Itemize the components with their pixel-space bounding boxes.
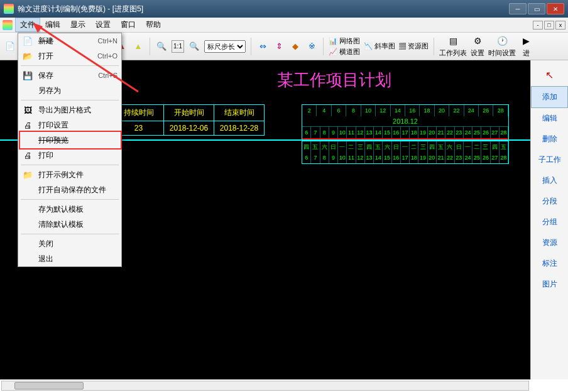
- toolbar-btn[interactable]: ※: [305, 40, 318, 53]
- zoom-out-button[interactable]: 🔍: [155, 40, 168, 53]
- time-settings-button[interactable]: 🕐时间设置: [488, 35, 516, 58]
- toolbar-btn[interactable]: 📄: [4, 40, 16, 53]
- settings-button[interactable]: ⚙设置: [471, 35, 484, 58]
- sidebar-item[interactable]: 插入: [531, 170, 568, 191]
- zoom-in-button[interactable]: 🔍: [188, 40, 200, 53]
- menubar: 文件编辑显示设置窗口帮助 - □ x: [0, 18, 568, 33]
- col-end: 结束时间: [214, 105, 265, 121]
- right-sidebar: ↖ 添加编辑删除子工作插入分段分组资源标注图片: [530, 60, 568, 379]
- maximize-button[interactable]: ▭: [528, 3, 545, 14]
- view-gantt-button[interactable]: 📈 横道图: [329, 47, 360, 57]
- menu-item[interactable]: 📂打开Ctrl+O: [18, 48, 121, 63]
- sidebar-item[interactable]: 添加: [531, 86, 568, 108]
- close-button[interactable]: ✕: [547, 3, 564, 14]
- menu-item-4[interactable]: 窗口: [116, 18, 141, 32]
- app-icon-small: [3, 20, 13, 30]
- view-resource-button[interactable]: ▦ 资源图: [399, 41, 429, 51]
- menu-item[interactable]: 打开自动保存的文件: [18, 182, 121, 197]
- mdi-minimize-button[interactable]: -: [533, 21, 543, 30]
- worklist-button[interactable]: ▤工作列表: [439, 35, 467, 58]
- sidebar-item[interactable]: 标注: [531, 253, 568, 274]
- timeline-month: 2018.12: [302, 116, 508, 127]
- menu-item[interactable]: 退出: [18, 251, 121, 266]
- window-title: 翰文进度计划编制(免费版) - [进度图5]: [18, 4, 143, 14]
- menu-item[interactable]: 另存为: [18, 83, 121, 98]
- toolbar-btn[interactable]: ◆: [289, 40, 302, 53]
- menu-item[interactable]: 🖼导出为图片格式: [18, 102, 121, 117]
- menu-item[interactable]: 关闭: [18, 236, 121, 251]
- col-start: 开始时间: [164, 105, 214, 121]
- toolbar-btn[interactable]: ▲: [132, 40, 145, 53]
- menu-item[interactable]: 📄新建Ctrl+N: [18, 33, 121, 48]
- menu-item-0[interactable]: 文件: [15, 18, 40, 32]
- file-menu-dropdown: 📄新建Ctrl+N📂打开Ctrl+O💾保存Ctrl+S另存为🖼导出为图片格式🖨打…: [18, 33, 122, 267]
- ruler-step-select[interactable]: 标尺步长: [204, 40, 246, 53]
- menu-item-1[interactable]: 编辑: [40, 18, 65, 32]
- toolbar-btn[interactable]: ⇕: [273, 40, 285, 53]
- window-controls: ─ ▭ ✕: [509, 3, 564, 14]
- menu-item[interactable]: 打印预览: [18, 133, 121, 148]
- horizontal-scrollbar[interactable]: [1, 381, 529, 391]
- toolbar-btn[interactable]: ⇔: [256, 40, 269, 53]
- menu-item[interactable]: 🖨打印: [18, 148, 121, 163]
- sidebar-item[interactable]: 子工作: [531, 150, 568, 170]
- cell-start: 2018-12-06: [164, 121, 214, 136]
- sidebar-item[interactable]: 删除: [531, 129, 568, 150]
- cursor-tool[interactable]: ↖: [531, 64, 568, 86]
- zoom-fit-button[interactable]: 1:1: [172, 40, 184, 53]
- cell-end: 2018-12-28: [214, 121, 265, 136]
- menu-item[interactable]: 📁打开示例文件: [18, 167, 121, 182]
- sidebar-item[interactable]: 分组: [531, 212, 568, 232]
- sidebar-item[interactable]: 图片: [531, 274, 568, 295]
- sidebar-item[interactable]: 编辑: [531, 108, 568, 129]
- window-titlebar: 翰文进度计划编制(免费版) - [进度图5] ─ ▭ ✕: [0, 0, 568, 18]
- sidebar-item[interactable]: 分段: [531, 191, 568, 212]
- minimize-button[interactable]: ─: [509, 3, 527, 14]
- mdi-controls: - □ x: [533, 21, 565, 30]
- menu-item-5[interactable]: 帮助: [141, 18, 166, 32]
- mdi-restore-button[interactable]: □: [544, 21, 554, 30]
- menu-item-2[interactable]: 显示: [65, 18, 90, 32]
- menu-item[interactable]: 💾保存Ctrl+S: [18, 68, 121, 83]
- view-tilt-button[interactable]: 📉 斜率图: [364, 41, 395, 51]
- menu-item[interactable]: 清除默认模板: [18, 217, 121, 232]
- sidebar-item[interactable]: 资源: [531, 232, 568, 253]
- view-network-button[interactable]: 📊 网络图: [329, 36, 360, 46]
- menu-item[interactable]: 🖨打印设置: [18, 117, 121, 133]
- app-icon: [4, 4, 14, 14]
- mdi-close-button[interactable]: x: [555, 21, 565, 30]
- menu-item-3[interactable]: 设置: [90, 18, 116, 32]
- more-button[interactable]: ▶进: [520, 35, 532, 58]
- menu-item[interactable]: 存为默认模板: [18, 202, 121, 217]
